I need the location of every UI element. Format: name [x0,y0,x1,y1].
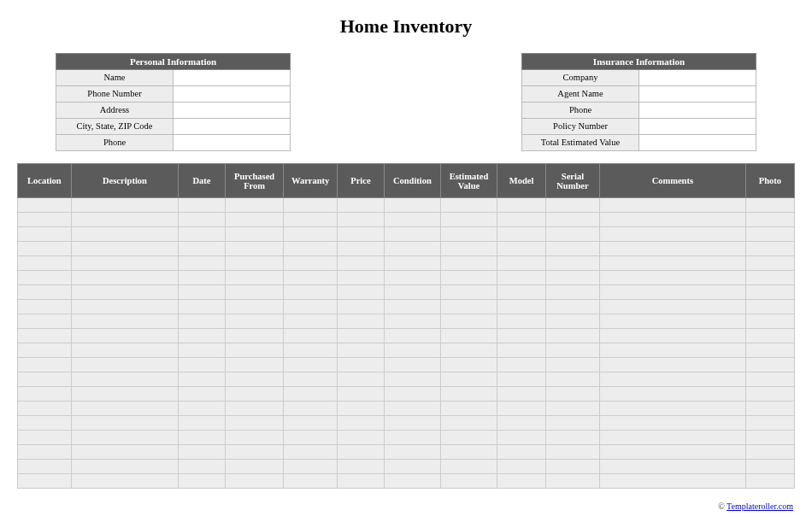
footer-link[interactable]: Templateroller.com [727,501,793,511]
table-cell[interactable] [179,213,226,227]
table-cell[interactable] [384,271,440,285]
table-cell[interactable] [599,402,745,416]
table-cell[interactable] [599,387,745,402]
table-cell[interactable] [71,372,178,387]
table-cell[interactable] [179,256,226,271]
table-cell[interactable] [179,358,226,372]
personal-value[interactable] [174,119,291,135]
table-cell[interactable] [384,256,440,271]
table-cell[interactable] [440,242,497,256]
table-cell[interactable] [284,271,338,285]
table-cell[interactable] [440,358,497,372]
table-cell[interactable] [284,372,338,387]
table-cell[interactable] [225,242,283,256]
table-cell[interactable] [179,198,226,213]
table-cell[interactable] [225,416,283,431]
insurance-value[interactable] [639,103,756,119]
table-cell[interactable] [71,416,178,431]
table-cell[interactable] [179,445,226,460]
table-cell[interactable] [18,256,72,271]
table-cell[interactable] [71,213,178,227]
table-cell[interactable] [440,372,497,387]
table-cell[interactable] [745,372,794,387]
personal-value[interactable] [174,70,291,86]
table-cell[interactable] [745,343,794,358]
table-cell[interactable] [71,329,178,343]
table-cell[interactable] [225,343,283,358]
table-cell[interactable] [745,431,794,445]
table-cell[interactable] [599,358,745,372]
table-cell[interactable] [179,387,226,402]
table-cell[interactable] [338,227,385,242]
table-cell[interactable] [546,343,600,358]
table-cell[interactable] [18,271,72,285]
table-cell[interactable] [179,300,226,314]
table-cell[interactable] [179,227,226,242]
table-cell[interactable] [497,387,546,402]
table-cell[interactable] [284,314,338,329]
table-cell[interactable] [497,256,546,271]
table-cell[interactable] [225,402,283,416]
table-cell[interactable] [338,387,385,402]
table-cell[interactable] [284,227,338,242]
table-cell[interactable] [745,198,794,213]
table-cell[interactable] [284,285,338,300]
table-cell[interactable] [18,300,72,314]
table-cell[interactable] [284,300,338,314]
table-cell[interactable] [225,314,283,329]
table-cell[interactable] [497,227,546,242]
table-cell[interactable] [384,343,440,358]
table-cell[interactable] [546,445,600,460]
table-cell[interactable] [745,213,794,227]
table-cell[interactable] [599,198,745,213]
table-cell[interactable] [18,445,72,460]
table-cell[interactable] [384,416,440,431]
table-cell[interactable] [338,460,385,474]
table-cell[interactable] [440,285,497,300]
table-cell[interactable] [18,431,72,445]
table-cell[interactable] [440,256,497,271]
table-cell[interactable] [338,271,385,285]
table-cell[interactable] [440,416,497,431]
table-cell[interactable] [599,242,745,256]
table-cell[interactable] [440,474,497,489]
table-cell[interactable] [384,314,440,329]
table-cell[interactable] [284,213,338,227]
table-cell[interactable] [71,285,178,300]
table-cell[interactable] [497,329,546,343]
table-cell[interactable] [225,198,283,213]
table-cell[interactable] [745,387,794,402]
table-cell[interactable] [284,256,338,271]
table-cell[interactable] [546,358,600,372]
table-cell[interactable] [284,431,338,445]
table-cell[interactable] [546,329,600,343]
table-cell[interactable] [745,314,794,329]
table-cell[interactable] [745,271,794,285]
table-cell[interactable] [440,300,497,314]
table-cell[interactable] [284,460,338,474]
table-cell[interactable] [384,285,440,300]
table-cell[interactable] [71,460,178,474]
insurance-value[interactable] [639,86,756,103]
table-cell[interactable] [440,431,497,445]
table-cell[interactable] [384,300,440,314]
table-cell[interactable] [338,431,385,445]
table-cell[interactable] [338,256,385,271]
table-cell[interactable] [225,372,283,387]
table-cell[interactable] [179,329,226,343]
table-cell[interactable] [440,314,497,329]
table-cell[interactable] [384,227,440,242]
table-cell[interactable] [599,213,745,227]
table-cell[interactable] [338,372,385,387]
table-cell[interactable] [284,387,338,402]
table-cell[interactable] [384,242,440,256]
table-cell[interactable] [384,402,440,416]
table-cell[interactable] [71,271,178,285]
table-cell[interactable] [338,285,385,300]
table-cell[interactable] [338,242,385,256]
table-cell[interactable] [546,314,600,329]
table-cell[interactable] [745,227,794,242]
table-cell[interactable] [18,343,72,358]
table-cell[interactable] [546,242,600,256]
table-cell[interactable] [497,271,546,285]
